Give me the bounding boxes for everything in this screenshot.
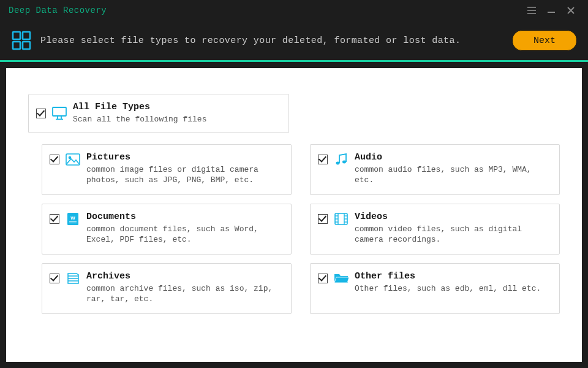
document-icon: W [66, 212, 80, 226]
archive-icon [66, 271, 80, 286]
type-title: Documents [86, 212, 282, 222]
accent-divider [0, 60, 588, 62]
type-desc: common audio files, such as MP3, WMA, et… [355, 164, 551, 186]
type-desc: common document files, such as Word, Exc… [86, 224, 282, 245]
svg-text:W: W [70, 215, 75, 221]
close-icon[interactable] [562, 2, 579, 19]
type-desc: common video files, such as digital came… [355, 224, 551, 245]
title-bar: Deep Data Recovery [0, 0, 588, 21]
type-card-pictures[interactable]: Pictures common image files or digital c… [42, 144, 292, 195]
type-card-audio[interactable]: Audio common audio files, such as MP3, W… [310, 144, 560, 195]
type-title: Audio [355, 152, 551, 163]
svg-rect-10 [53, 107, 66, 116]
type-title-all: All File Types [73, 102, 206, 112]
svg-rect-8 [13, 42, 20, 49]
folder-icon [334, 271, 349, 286]
type-desc: common image files or digital camera pho… [86, 164, 282, 186]
checkbox-archives[interactable] [50, 274, 59, 283]
type-card-videos[interactable]: Videos common video files, such as digit… [310, 204, 560, 255]
checkbox-pictures[interactable] [50, 155, 59, 164]
type-desc: common archive files, such as iso, zip, … [86, 283, 282, 305]
svg-rect-14 [66, 154, 80, 165]
app-title: Deep Data Recovery [9, 6, 107, 15]
svg-point-17 [342, 160, 346, 163]
svg-rect-6 [13, 32, 20, 39]
header-bar: Please select file types to recovery you… [0, 21, 588, 60]
monitor-icon [52, 106, 67, 121]
type-card-other[interactable]: Other files Other files, such as edb, em… [310, 263, 560, 314]
picture-icon [66, 152, 80, 167]
type-desc: Other files, such as edb, eml, dll etc. [355, 283, 541, 294]
film-icon [334, 212, 349, 226]
svg-rect-9 [23, 42, 30, 49]
type-title: Videos [355, 212, 551, 222]
music-note-icon [334, 152, 349, 167]
checkbox-documents[interactable] [50, 214, 59, 224]
checkbox-all[interactable] [36, 109, 46, 118]
svg-rect-7 [23, 32, 30, 39]
type-desc-all: Scan all the following files [73, 114, 206, 125]
main-panel: All File Types Scan all the following fi… [6, 68, 582, 362]
minimize-icon[interactable] [543, 2, 560, 19]
checkbox-other[interactable] [318, 274, 328, 283]
header-prompt: Please select file types to recovery you… [40, 36, 461, 46]
app-logo-icon [11, 30, 32, 51]
next-button[interactable]: Next [512, 30, 577, 51]
checkbox-audio[interactable] [318, 155, 328, 164]
type-card-archives[interactable]: Archives common archive files, such as i… [42, 263, 292, 314]
checkbox-videos[interactable] [318, 214, 328, 224]
type-card-all[interactable]: All File Types Scan all the following fi… [28, 94, 289, 133]
type-title: Pictures [86, 152, 282, 163]
menu-icon[interactable] [523, 2, 540, 19]
type-title: Archives [86, 271, 282, 282]
type-title: Other files [355, 271, 541, 282]
type-card-documents[interactable]: W Documents common document files, such … [42, 204, 292, 255]
